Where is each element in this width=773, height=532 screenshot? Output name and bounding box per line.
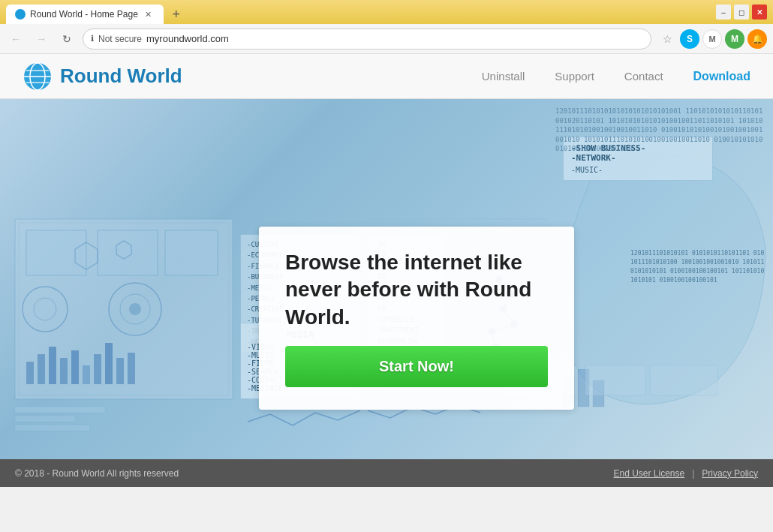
skype-icon[interactable]: S	[680, 29, 699, 49]
new-tab-button[interactable]: +	[167, 5, 186, 24]
nav-download[interactable]: Download	[693, 70, 750, 83]
svg-rect-18	[38, 354, 45, 384]
footer-separator: |	[692, 468, 694, 479]
svg-rect-20	[60, 358, 68, 384]
footer-links: End User License | Privacy Policy	[613, 468, 758, 479]
svg-point-14	[129, 303, 141, 315]
svg-rect-21	[71, 350, 79, 384]
bookmark-icon[interactable]: ☆	[657, 29, 677, 49]
svg-point-13	[120, 294, 150, 324]
binary-overlay-top: 1201011101010101010101010101001 11010101…	[548, 99, 773, 249]
nav-support[interactable]: Support	[555, 70, 594, 83]
tab-area: Round World - Home Page ✕ +	[6, 0, 716, 24]
toolbar-icons: ☆ S M M 🔔	[657, 29, 767, 49]
hero-section: -SHOW BUSINESS--NETWORK- -MUSIC- 1201011…	[0, 99, 773, 459]
svg-rect-25	[116, 358, 124, 384]
refresh-button[interactable]: ↻	[57, 29, 77, 49]
site-header: Round World Uninstall Support Contact Do…	[0, 54, 773, 99]
start-now-button[interactable]: Start Now!	[285, 346, 548, 387]
svg-rect-5	[15, 219, 233, 399]
privacy-policy-link[interactable]: Privacy Policy	[702, 468, 758, 479]
svg-rect-44	[578, 369, 589, 407]
forward-button[interactable]: →	[32, 29, 51, 49]
svg-rect-8	[98, 230, 158, 275]
svg-rect-45	[593, 380, 604, 407]
svg-rect-19	[49, 347, 56, 384]
logo-text: Round World	[60, 65, 182, 88]
svg-marker-15	[75, 242, 98, 269]
svg-rect-17	[26, 362, 34, 384]
site-nav: Uninstall Support Contact Download	[482, 70, 750, 83]
nav-contact[interactable]: Contact	[624, 70, 663, 83]
svg-point-11	[34, 298, 56, 320]
promo-headline: Browse the internet like never before wi…	[285, 249, 548, 331]
url-text: myroundworld.com	[146, 33, 643, 44]
svg-rect-23	[94, 354, 101, 384]
notification-icon[interactable]: 🔔	[747, 29, 767, 49]
svg-rect-24	[105, 343, 113, 384]
url-bar[interactable]: ℹ Not secure myroundworld.com	[83, 29, 651, 50]
not-secure-text: Not secure	[98, 34, 142, 44]
svg-rect-6	[19, 223, 229, 395]
end-user-license-link[interactable]: End User License	[613, 468, 684, 479]
tab-close-button[interactable]: ✕	[143, 8, 155, 20]
tab-title: Round World - Home Page	[30, 9, 138, 20]
logo-area: Round World	[23, 62, 182, 92]
svg-point-10	[23, 287, 68, 332]
lock-icon: ℹ	[91, 34, 94, 44]
window-controls: – ◻ ✕	[716, 5, 767, 20]
tab-favicon	[15, 9, 26, 20]
promo-box: Browse the internet like never before wi…	[259, 227, 574, 410]
svg-rect-9	[165, 230, 218, 275]
svg-point-12	[109, 283, 161, 335]
svg-rect-7	[26, 230, 86, 275]
footer-copyright: © 2018 - Round World All rights reserved	[15, 468, 179, 479]
minimize-button[interactable]: –	[716, 5, 731, 20]
binary-overlay-right: 1201011101010101 0101010110101101 010101…	[630, 249, 765, 384]
back-button[interactable]: ←	[6, 29, 26, 49]
site-footer: © 2018 - Round World All rights reserved…	[0, 459, 773, 487]
svg-marker-16	[116, 241, 131, 259]
active-tab[interactable]: Round World - Home Page ✕	[6, 5, 164, 24]
svg-rect-28	[15, 416, 75, 422]
logo-globe-icon	[23, 62, 53, 92]
title-bar: Round World - Home Page ✕ + – ◻ ✕	[0, 0, 773, 24]
svg-rect-22	[83, 365, 90, 384]
address-bar: ← → ↻ ℹ Not secure myroundworld.com ☆ S …	[0, 24, 773, 54]
account-icon[interactable]: M	[725, 29, 744, 49]
gmail-icon[interactable]: M	[702, 29, 722, 49]
svg-rect-27	[15, 407, 105, 413]
nav-uninstall[interactable]: Uninstall	[482, 70, 525, 83]
close-button[interactable]: ✕	[752, 5, 767, 20]
maximize-button[interactable]: ◻	[734, 5, 749, 20]
svg-rect-29	[15, 425, 90, 431]
svg-rect-26	[128, 353, 135, 384]
